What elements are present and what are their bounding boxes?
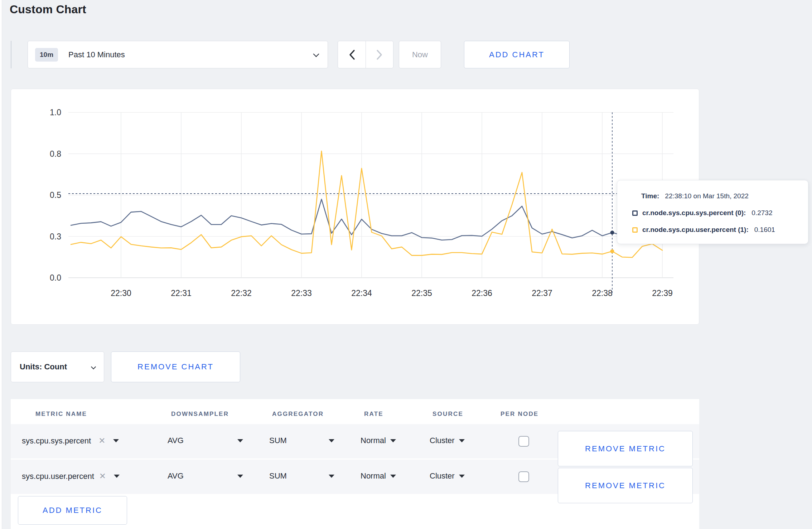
- chart-card: 0.00.30.50.81.022:3022:3122:3222:3322:34…: [11, 89, 699, 325]
- toolbar-divider: [11, 41, 11, 68]
- x-axis-tick-label: 22:31: [171, 288, 192, 298]
- caret-down-icon: [113, 439, 119, 442]
- now-button[interactable]: Now: [399, 41, 441, 68]
- downsampler-value: AVG: [168, 436, 184, 445]
- remove-chart-button[interactable]: REMOVE CHART: [111, 351, 240, 382]
- next-range-button[interactable]: [366, 41, 393, 68]
- x-axis-tick-label: 22:39: [652, 288, 673, 298]
- aggregator-dropdown[interactable]: SUM: [269, 471, 287, 481]
- chevron-down-icon: [91, 364, 96, 369]
- time-range-arrows: [338, 41, 393, 68]
- downsampler-dropdown[interactable]: AVG: [168, 436, 184, 445]
- remove-metric-x-icon[interactable]: ✕: [98, 436, 105, 446]
- rate-dropdown[interactable]: Normal: [361, 471, 396, 481]
- chart-tooltip: Time: 22:38:10 on Mar 15th, 2022 cr.node…: [617, 180, 808, 244]
- x-axis-tick-label: 22:38: [592, 288, 613, 298]
- x-axis-tick-label: 22:33: [291, 288, 312, 298]
- time-range-badge: 10m: [35, 48, 58, 62]
- units-select[interactable]: Units: Count: [11, 351, 104, 382]
- chevron-down-icon: [313, 51, 319, 57]
- downsampler-value: AVG: [168, 471, 184, 481]
- timeseries-chart[interactable]: 0.00.30.50.81.022:3022:3122:3222:3322:34…: [11, 89, 700, 325]
- page-left-edge: [0, 0, 2, 529]
- per-node-checkbox[interactable]: [518, 471, 529, 482]
- rate-dropdown[interactable]: Normal: [361, 436, 396, 445]
- y-axis-tick-label: 0.0: [50, 273, 61, 282]
- series-sys-swatch-icon: [632, 210, 638, 216]
- downsampler-dropdown[interactable]: AVG: [168, 471, 184, 481]
- units-label: Units: Count: [20, 362, 67, 372]
- x-axis-tick-label: 22:32: [231, 288, 252, 298]
- caret-down-icon: [237, 475, 243, 478]
- remove-metric-button[interactable]: REMOVE METRIC: [558, 468, 693, 503]
- series-line-cr.node.sys.cpu.user.percent: [71, 151, 662, 257]
- metric-name-value: sys.cpu.sys.percent: [22, 436, 91, 446]
- series-user-swatch-icon: [632, 227, 638, 233]
- y-axis-tick-label: 0.3: [50, 232, 61, 241]
- page-title: Custom Chart: [10, 3, 86, 16]
- caret-down-icon: [459, 475, 465, 478]
- y-axis-tick-label: 0.5: [50, 190, 61, 200]
- col-header-source: SOURCE: [432, 411, 463, 418]
- tooltip-series-row: cr.node.sys.cpu.user.percent (1): 0.1601: [617, 223, 808, 237]
- x-axis-tick-label: 22:37: [532, 288, 552, 298]
- col-header-rate: RATE: [364, 411, 383, 418]
- add-metric-button[interactable]: ADD METRIC: [18, 496, 127, 525]
- per-node-checkbox[interactable]: [518, 436, 529, 447]
- x-axis-tick-label: 22:36: [472, 288, 492, 298]
- tooltip-series-row: cr.node.sys.cpu.sys.percent (0): 0.2732: [617, 206, 808, 220]
- tooltip-series-label: cr.node.sys.cpu.sys.percent (0):: [642, 209, 746, 217]
- time-range-select[interactable]: 10m Past 10 Minutes: [28, 41, 328, 68]
- aggregator-dropdown[interactable]: SUM: [269, 436, 287, 445]
- metric-name-dropdown[interactable]: sys.cpu.user.percent ✕: [22, 471, 120, 481]
- chevron-left-icon: [349, 49, 355, 60]
- hover-marker: [610, 249, 614, 253]
- tooltip-series-value: 0.2732: [751, 209, 772, 217]
- source-value: Cluster: [430, 471, 455, 481]
- x-axis-tick-label: 22:35: [411, 288, 432, 298]
- col-header-downsampler: DOWNSAMPLER: [171, 411, 229, 418]
- y-axis-tick-label: 1.0: [50, 108, 61, 117]
- source-dropdown[interactable]: Cluster: [430, 436, 465, 445]
- tooltip-series-value: 0.1601: [754, 226, 775, 234]
- series-line-cr.node.sys.cpu.sys.percent: [71, 199, 662, 240]
- remove-metric-button[interactable]: REMOVE METRIC: [558, 431, 693, 466]
- x-axis-tick-label: 22:30: [111, 288, 131, 298]
- caret-down-icon: [114, 475, 120, 478]
- chevron-right-icon: [376, 49, 383, 60]
- tooltip-time-row: Time: 22:38:10 on Mar 15th, 2022: [617, 189, 808, 203]
- x-axis-tick-label: 22:34: [351, 288, 372, 298]
- caret-down-icon: [459, 439, 465, 442]
- hover-marker: [610, 230, 614, 234]
- tooltip-time-value: 22:38:10 on Mar 15th, 2022: [665, 192, 748, 200]
- tooltip-time-label: Time:: [641, 192, 659, 200]
- y-axis-tick-label: 0.8: [50, 149, 61, 159]
- caret-down-icon: [237, 439, 243, 442]
- add-chart-button[interactable]: ADD CHART: [464, 41, 570, 68]
- source-value: Cluster: [430, 436, 455, 445]
- caret-down-icon: [329, 475, 334, 478]
- remove-metric-x-icon[interactable]: ✕: [99, 471, 106, 481]
- caret-down-icon: [390, 439, 396, 442]
- rate-value: Normal: [361, 436, 386, 445]
- metric-name-dropdown[interactable]: sys.cpu.sys.percent ✕: [22, 436, 119, 446]
- col-header-aggregator: AGGREGATOR: [272, 411, 324, 418]
- rate-value: Normal: [361, 471, 386, 481]
- col-header-metric-name: METRIC NAME: [35, 411, 87, 418]
- source-dropdown[interactable]: Cluster: [430, 471, 465, 481]
- metrics-table: METRIC NAME DOWNSAMPLER AGGREGATOR RATE …: [11, 399, 699, 529]
- metric-name-value: sys.cpu.user.percent: [22, 472, 94, 481]
- col-header-per-node: PER NODE: [501, 411, 538, 418]
- time-range-label: Past 10 Minutes: [68, 50, 125, 59]
- aggregator-value: SUM: [269, 436, 287, 445]
- aggregator-value: SUM: [269, 471, 287, 481]
- caret-down-icon: [390, 475, 396, 478]
- caret-down-icon: [329, 439, 334, 442]
- tooltip-series-label: cr.node.sys.cpu.user.percent (1):: [642, 226, 749, 234]
- custom-chart-page: Custom Chart 10m Past 10 Minutes Now ADD…: [0, 0, 812, 529]
- prev-range-button[interactable]: [338, 41, 366, 68]
